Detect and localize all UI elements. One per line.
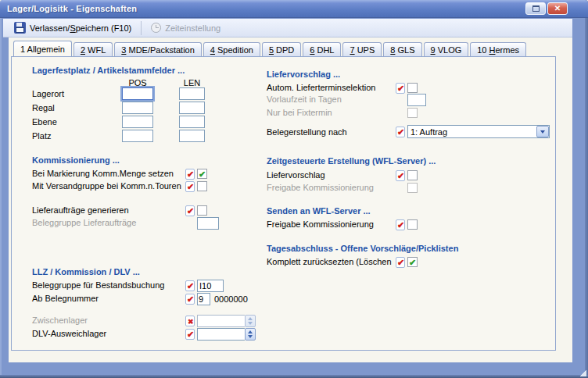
row-zg-freigabe: Freigabe Kommissionierung xyxy=(12,181,555,194)
tab-label: 4 Spedition xyxy=(210,45,253,55)
app-window: Lager/Logisitk - Eigenschaften ✕ Verlass… xyxy=(0,0,588,378)
zg-liefervorschlag-label: Liefervorschlag xyxy=(267,170,325,180)
field-active-flag-icon[interactable] xyxy=(185,205,195,216)
tab-1-allgemein[interactable]: 1 Allgemein xyxy=(13,41,72,56)
field-active-flag-icon[interactable] xyxy=(185,294,195,305)
tab-bar: 1 Allgemein2 WFL3 MDE/Packstation4 Spedi… xyxy=(13,41,526,56)
tab-5-dpd[interactable]: 5 DPD xyxy=(262,42,301,56)
tab-label: 6 DHL xyxy=(310,45,334,55)
komplett-zuruecksetzen-checkbox[interactable] xyxy=(407,257,418,267)
tab-label: 2 WFL xyxy=(81,45,106,55)
tab-label: 8 GLS xyxy=(390,45,414,55)
field-active-flag-icon[interactable] xyxy=(396,83,405,94)
dlv-ausweichlager-spinner xyxy=(197,328,256,341)
spinner-arrows-icon xyxy=(245,315,256,327)
row-beleggruppe-bestandsbuchung: Beleggruppe für Bestandsbuchung xyxy=(12,279,555,292)
zwischenlager-label: Zwischenlager xyxy=(32,316,88,325)
row-belegerstellung: Belegerstellung nach 1: Auftrag xyxy=(12,125,555,138)
row-zg-liefervorschlag: Liefervorschlag xyxy=(12,169,555,182)
komplett-zuruecksetzen-label: Komplett zurücksezten (Löschen xyxy=(267,257,392,266)
ab-belegnummer-suffix: 0000000 xyxy=(213,294,248,304)
field-active-flag-icon[interactable] xyxy=(396,127,405,137)
window-title: Lager/Logisitk - Eigenschaften xyxy=(0,4,137,13)
tab-page-allgemein: Lagerfestplatz / Artikelstammfelder ... … xyxy=(11,56,556,351)
close-button[interactable]: ✕ xyxy=(547,2,568,15)
save-exit-button[interactable]: Verlassen/Speichern (F10) xyxy=(8,20,138,36)
flag-placeholder xyxy=(396,112,405,113)
flag-placeholder xyxy=(396,99,405,100)
toolbar-separator xyxy=(141,21,142,35)
ab-belegnummer-label: Ab Belegnummer xyxy=(32,294,99,303)
lieferauftraege-label: Lieferaufträge generieren xyxy=(32,205,129,215)
row-senden-freigabe: Freigabe Kommissionierung xyxy=(12,218,555,231)
fixtermin-label: Nur bei Fixtermin xyxy=(267,108,332,117)
tab-label: 7 UPS xyxy=(350,45,375,55)
time-setting-button: Zeiteinstellung xyxy=(145,20,227,36)
belegerstellung-select[interactable]: 1: Auftrag xyxy=(407,125,550,138)
row-dlv-ausweichlager: DLV-Ausweichlager xyxy=(12,327,555,341)
field-active-flag-icon[interactable] xyxy=(396,170,405,181)
autom-lieferterminselektion-checkbox[interactable] xyxy=(407,83,418,93)
field-active-flag-icon[interactable] xyxy=(185,280,195,291)
lieferauftraege-checkbox[interactable] xyxy=(197,205,207,216)
tab-label: 3 MDE/Packstation xyxy=(121,45,195,55)
section-liefervorschlag: Liefervorschlag ... xyxy=(267,70,340,79)
section-zeitgesteuert: Zeitgesteuerte Erstellung (WFL-Server) .… xyxy=(267,156,436,166)
autom-lieferterminselektion-label: Autom. Lieferterminselektion xyxy=(267,83,375,92)
dropdown-button[interactable] xyxy=(536,126,549,137)
row-ab-belegnummer: Ab Belegnummer 0000000 xyxy=(12,292,555,305)
clock-icon xyxy=(151,23,161,33)
tab-6-dhl[interactable]: 6 DHL xyxy=(303,42,341,56)
row-zwischenlager: Zwischenlager xyxy=(12,314,555,327)
tab-4-spedition[interactable]: 4 Spedition xyxy=(203,42,260,56)
zwischenlager-spinner xyxy=(197,315,256,327)
tab-3-mde-packstation[interactable]: 3 MDE/Packstation xyxy=(114,42,202,56)
tab-9-vlog[interactable]: 9 VLOG xyxy=(424,42,469,56)
title-bar: Lager/Logisitk - Eigenschaften ✕ xyxy=(0,0,588,18)
zg-freigabe-checkbox xyxy=(407,183,418,193)
dlv-ausweichlager-label: DLV-Ausweichlager xyxy=(32,329,106,338)
belegerstellung-label: Belegerstellung nach xyxy=(267,127,347,137)
zg-freigabe-label: Freigabe Kommissionierung xyxy=(267,183,374,192)
zwischenlager-input xyxy=(197,315,245,327)
save-exit-label: Verlassen/Speichern (F10) xyxy=(30,23,131,33)
client-area: 1 Allgemein2 WFL3 MDE/Packstation4 Spedi… xyxy=(9,37,572,362)
section-senden-wfl: Senden an WFL-Server ... xyxy=(267,206,371,216)
vorlaufzeit-input[interactable] xyxy=(407,94,426,106)
section-kommissionierung: Kommissionierung ... xyxy=(32,155,120,165)
tab-2-wfl[interactable]: 2 WFL xyxy=(74,42,113,56)
tab-label: 9 VLOG xyxy=(431,45,462,55)
beleggruppe-bestandsbuchung-input[interactable] xyxy=(197,280,224,292)
belegerstellung-value: 1: Auftrag xyxy=(408,127,536,137)
spinner-arrows-icon[interactable] xyxy=(245,328,256,341)
restore-icon xyxy=(532,5,540,12)
beleggruppe-bestandsbuchung-label: Beleggruppe für Bestandsbuchung xyxy=(32,280,164,290)
tab-8-gls[interactable]: 8 GLS xyxy=(383,42,421,56)
vorlaufzeit-label: Vorlaufzeit in Tagen xyxy=(267,94,342,104)
dlv-ausweichlager-input[interactable] xyxy=(197,328,245,341)
section-lagerfestplatz: Lagerfestplatz / Artikelstammfelder ... xyxy=(32,66,185,75)
tab-label: 10 Hermes xyxy=(477,45,519,55)
resize-grip[interactable] xyxy=(579,369,586,376)
chevron-down-icon xyxy=(540,130,545,134)
senden-freigabe-label: Freigabe Kommissionierung xyxy=(267,219,374,229)
flag-placeholder xyxy=(396,187,405,188)
zg-liefervorschlag-checkbox[interactable] xyxy=(407,170,418,180)
fixtermin-checkbox xyxy=(407,108,418,118)
tab-label: 1 Allgemein xyxy=(20,45,65,54)
tab-10-hermes[interactable]: 10 Hermes xyxy=(470,42,526,56)
ab-belegnummer-input[interactable] xyxy=(197,293,210,305)
close-icon: ✕ xyxy=(554,5,561,12)
field-active-flag-icon[interactable] xyxy=(185,329,195,340)
row-vorlaufzeit: Vorlaufzeit in Tagen xyxy=(12,93,555,106)
senden-freigabe-checkbox[interactable] xyxy=(407,219,418,230)
toolbar: Verlassen/Speichern (F10) Zeiteinstellun… xyxy=(3,19,572,37)
field-inactive-flag-icon[interactable] xyxy=(185,316,195,326)
row-fixtermin: Nur bei Fixtermin xyxy=(12,106,555,119)
tab-label: 5 DPD xyxy=(269,45,294,55)
tab-7-ups[interactable]: 7 UPS xyxy=(342,42,382,56)
field-active-flag-icon[interactable] xyxy=(396,219,405,230)
time-setting-label: Zeiteinstellung xyxy=(165,23,220,33)
restore-button[interactable] xyxy=(525,2,546,15)
field-active-flag-icon[interactable] xyxy=(396,257,405,268)
